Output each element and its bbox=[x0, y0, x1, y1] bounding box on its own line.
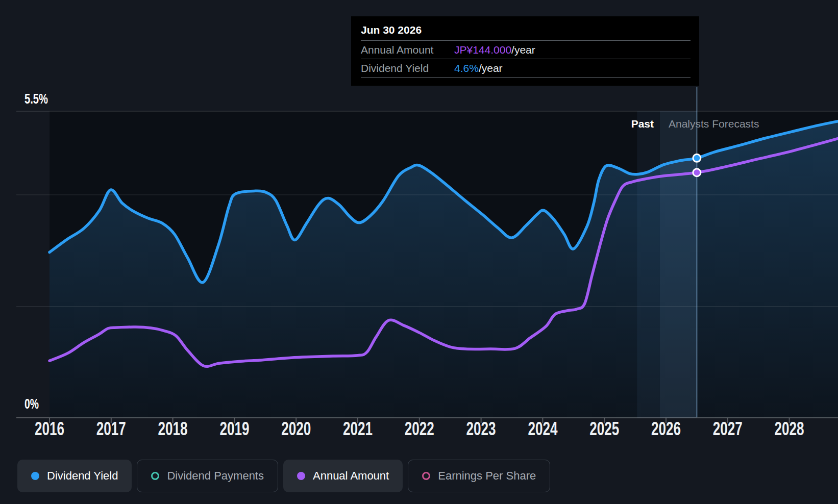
dividend-payments-ring-icon bbox=[151, 472, 159, 480]
annual-amount-marker-dot[interactable] bbox=[693, 169, 701, 177]
chart-legend: Dividend Yield Dividend Payments Annual … bbox=[17, 460, 550, 492]
tooltip-content: Jun 30 2026 Annual Amount JP¥144.000 /ye… bbox=[361, 16, 691, 78]
x-axis-label-2022: 2022 bbox=[405, 418, 434, 439]
x-axis-label-2016: 2016 bbox=[35, 418, 64, 439]
x-axis-label-2024: 2024 bbox=[528, 418, 557, 439]
x-axis-label-2025: 2025 bbox=[589, 418, 619, 439]
legend-label: Dividend Payments bbox=[167, 469, 264, 483]
y-axis-label-max: 5.5% bbox=[24, 91, 48, 107]
dividend-yield-dot-icon bbox=[31, 472, 39, 480]
x-axis-label-2020: 2020 bbox=[281, 418, 311, 439]
forecast-band-highlight bbox=[660, 111, 697, 418]
tooltip-row-dividend-yield: Dividend Yield 4.6% /year bbox=[361, 59, 691, 78]
analysts-forecasts-label: Analysts Forecasts bbox=[669, 118, 759, 130]
annual-amount-dot-icon bbox=[297, 472, 305, 480]
x-axis-label-2023: 2023 bbox=[466, 418, 496, 439]
dividend-chart-page: 2016201720182019202020212022202320242025… bbox=[0, 0, 838, 504]
tooltip-row-annual-amount: Annual Amount JP¥144.000 /year bbox=[361, 41, 691, 59]
x-axis-label-2026: 2026 bbox=[651, 418, 681, 439]
past-label: Past bbox=[631, 118, 654, 130]
chart-tooltip: Jun 30 2026 Annual Amount JP¥144.000 /ye… bbox=[351, 16, 699, 86]
tooltip-date: Jun 30 2026 bbox=[361, 16, 691, 41]
legend-chip-annual-amount[interactable]: Annual Amount bbox=[283, 460, 403, 492]
legend-label: Annual Amount bbox=[313, 469, 389, 483]
tooltip-value-dividend-yield: 4.6% bbox=[454, 62, 479, 74]
tooltip-label: Annual Amount bbox=[361, 44, 454, 56]
x-axis-label-2027: 2027 bbox=[713, 418, 743, 439]
x-axis-label-2017: 2017 bbox=[96, 418, 126, 439]
x-axis-label-2021: 2021 bbox=[343, 418, 373, 439]
x-axis-label-2018: 2018 bbox=[158, 418, 188, 439]
dividend-yield-marker-dot[interactable] bbox=[693, 154, 701, 162]
legend-label: Earnings Per Share bbox=[438, 469, 536, 483]
tooltip-suffix: /year bbox=[511, 44, 535, 56]
x-axis-label-2019: 2019 bbox=[219, 418, 249, 439]
tooltip-value-annual-amount: JP¥144.000 bbox=[454, 44, 511, 56]
y-axis-label-min: 0% bbox=[24, 396, 39, 412]
legend-chip-dividend-yield[interactable]: Dividend Yield bbox=[17, 460, 132, 492]
tooltip-suffix: /year bbox=[479, 62, 503, 74]
tooltip-label: Dividend Yield bbox=[361, 62, 454, 74]
earnings-per-share-ring-icon bbox=[422, 472, 430, 480]
legend-chip-earnings-per-share[interactable]: Earnings Per Share bbox=[408, 460, 550, 492]
legend-chip-dividend-payments[interactable]: Dividend Payments bbox=[137, 460, 278, 492]
legend-label: Dividend Yield bbox=[47, 469, 118, 483]
forecast-band-fade bbox=[637, 111, 660, 418]
x-axis-label-2028: 2028 bbox=[775, 418, 804, 439]
